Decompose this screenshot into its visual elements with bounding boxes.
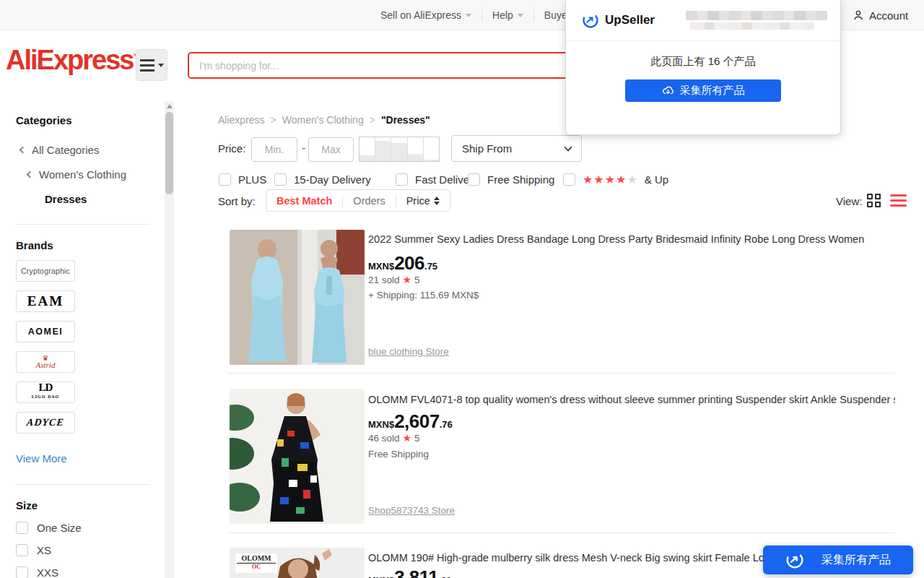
- brand-filter-astrid[interactable]: ♛Astrid: [16, 351, 75, 373]
- aliexpress-logo[interactable]: AliExpress™: [6, 45, 141, 76]
- divider: [227, 373, 895, 374]
- breadcrumb-current: "Dresses": [381, 114, 430, 126]
- upseller-icon: [785, 551, 804, 569]
- upseller-brand-name: UpSeller: [605, 13, 655, 27]
- scroll-up-arrow[interactable]: [167, 104, 173, 108]
- scrollbar-thumb[interactable]: [165, 112, 173, 194]
- size-option-one-size[interactable]: One Size: [16, 522, 165, 534]
- price-dash: -: [302, 142, 305, 155]
- filter-rating-4up[interactable]: ★★★★★ & Up: [563, 173, 668, 186]
- person-icon: [852, 9, 865, 22]
- chevron-down-icon: [158, 64, 164, 67]
- price-max-input[interactable]: [308, 137, 354, 162]
- search-input[interactable]: [188, 52, 578, 79]
- sidebar: Categories All Categories Women's Clothi…: [0, 101, 165, 578]
- checkbox[interactable]: [274, 173, 287, 186]
- product-shipping: Free Shipping: [368, 449, 429, 460]
- sort-options: Best Match Orders Price: [266, 189, 450, 212]
- filter-free-shipping[interactable]: Free Shipping: [468, 173, 554, 186]
- brand-filter-eam[interactable]: EAM: [16, 290, 75, 312]
- brand-filter-aomei[interactable]: AOMEI: [16, 321, 75, 342]
- upseller-popup-header: UpSeller: [566, 0, 840, 41]
- help-link[interactable]: Help: [492, 9, 523, 21]
- collect-all-products-floating-button[interactable]: 采集所有产品: [763, 545, 913, 574]
- divider: [481, 9, 482, 21]
- divider: [227, 532, 895, 533]
- sort-orders[interactable]: Orders: [343, 195, 395, 207]
- olomm-logo: OLOMM OC: [237, 554, 276, 571]
- categories-title: Categories: [16, 114, 165, 126]
- grid-view-icon[interactable]: [867, 194, 881, 207]
- star-icon: ★: [403, 274, 412, 285]
- filter-fast-delivery[interactable]: Fast Delivery: [396, 173, 479, 186]
- price-filter-label: Price:: [218, 142, 245, 155]
- sort-price[interactable]: Price: [396, 195, 450, 207]
- breadcrumb: Aliexpress > Women's Clothing > "Dresses…: [218, 114, 430, 126]
- sort-best-match[interactable]: Best Match: [266, 195, 342, 207]
- sell-on-aliexpress-link[interactable]: Sell on AliExpress: [380, 9, 471, 21]
- checkbox[interactable]: [16, 566, 28, 578]
- chevron-down-icon: [466, 14, 471, 17]
- checkbox[interactable]: [16, 522, 28, 534]
- account-menu[interactable]: Account: [852, 0, 924, 30]
- checkbox[interactable]: [468, 173, 480, 186]
- store-link[interactable]: blue clothing Store: [368, 346, 449, 357]
- size-option-xs[interactable]: XS: [16, 544, 165, 556]
- upseller-icon: [582, 12, 599, 29]
- brand-filter-adyce[interactable]: ADYCE: [16, 412, 75, 434]
- product-sold-rating: 46 sold ★5: [368, 432, 420, 444]
- divider: [16, 224, 150, 225]
- product-title[interactable]: 2022 Summer Sexy Ladies Dress Bandage Lo…: [368, 233, 895, 245]
- price-histogram[interactable]: [359, 137, 440, 162]
- checkbox[interactable]: [219, 173, 231, 186]
- dress-photo: [230, 230, 365, 365]
- size-option-xxs[interactable]: XXS: [16, 566, 165, 578]
- categories-menu-button[interactable]: [136, 49, 167, 81]
- store-link[interactable]: Shop5873743 Store: [368, 505, 455, 516]
- size-title: Size: [16, 499, 165, 512]
- brands-title: Brands: [16, 239, 165, 251]
- filter-plus[interactable]: PLUS: [219, 173, 266, 186]
- list-view-icon[interactable]: [890, 194, 907, 207]
- upseller-popup: UpSeller 此页面上有 16 个产品 采集所有产品: [565, 0, 841, 135]
- sidebar-item-womens-clothing[interactable]: Women's Clothing: [16, 168, 165, 181]
- product-title[interactable]: OLOMM FVL4071-8 top quality women's dres…: [368, 394, 895, 405]
- hamburger-icon: [140, 59, 154, 72]
- sidebar-item-all-categories[interactable]: All Categories: [16, 144, 165, 156]
- collect-all-products-button[interactable]: 采集所有产品: [625, 79, 781, 102]
- checkbox[interactable]: [396, 173, 408, 186]
- view-label: View:: [836, 195, 862, 207]
- brand-filter-cryptographic[interactable]: Cryptographic: [16, 260, 75, 282]
- checkbox[interactable]: [16, 544, 28, 556]
- filter-15-day-delivery[interactable]: 15-Day Delivery: [274, 173, 371, 186]
- sort-by-label: Sort by:: [218, 195, 256, 207]
- breadcrumb-womens-clothing[interactable]: Women's Clothing: [282, 114, 364, 126]
- star-rating-icon: ★★★★★: [583, 173, 637, 186]
- product-price: MXN$2,607.76: [368, 410, 453, 433]
- product-price: MXN$206.75: [368, 252, 437, 275]
- dress-photo: [230, 389, 365, 524]
- chevron-left-icon: [27, 171, 34, 178]
- vertical-scrollbar[interactable]: [165, 101, 174, 578]
- product-shipping: + Shipping: 115.69 MXN$: [368, 290, 479, 301]
- checkbox[interactable]: [563, 173, 575, 186]
- price-min-input[interactable]: [251, 137, 297, 162]
- view-more-link[interactable]: View More: [16, 452, 67, 465]
- account-label: Account: [869, 9, 908, 22]
- chevron-down-icon: [518, 14, 523, 17]
- brand-filter-ld[interactable]: LDLIGO DAO: [16, 381, 75, 403]
- divider: [16, 484, 150, 485]
- product-count-text: 此页面上有 16 个产品: [566, 55, 840, 69]
- ship-from-dropdown[interactable]: Ship From: [451, 135, 582, 162]
- sort-arrows-icon: [434, 197, 440, 205]
- product-image[interactable]: OLOMM OC: [230, 548, 365, 578]
- cloud-download-icon: [662, 85, 674, 97]
- sidebar-item-dresses[interactable]: Dresses: [16, 193, 165, 205]
- aliexpress-search-page: Sell on AliExpress Help Buyer Pr Account…: [0, 0, 924, 578]
- product-sold-rating: 21 sold ★5: [368, 274, 420, 285]
- star-icon: ★: [403, 432, 412, 444]
- breadcrumb-aliexpress[interactable]: Aliexpress: [218, 114, 265, 126]
- product-image[interactable]: [230, 230, 365, 365]
- product-image[interactable]: [230, 389, 365, 524]
- redacted-text: [686, 11, 827, 30]
